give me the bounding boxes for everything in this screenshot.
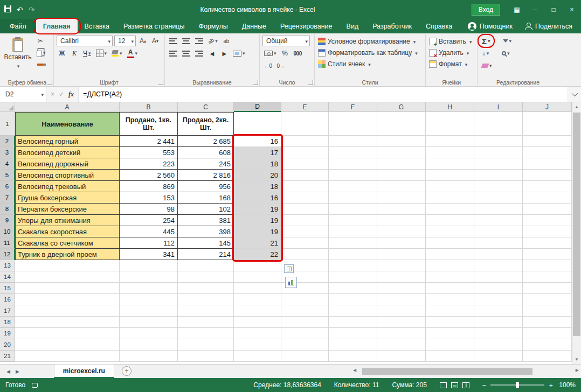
align-right-button[interactable] [193, 48, 205, 59]
cell-D12[interactable]: 22 [234, 249, 281, 260]
row-header-13[interactable]: 13 [0, 260, 15, 271]
row-header-3[interactable]: 3 [0, 147, 15, 158]
column-header-D[interactable]: D [234, 102, 281, 112]
cell-G10[interactable] [377, 226, 426, 237]
row-header-16[interactable]: 16 [0, 294, 15, 305]
cell-E8[interactable] [281, 204, 329, 215]
cell-B13[interactable] [120, 260, 178, 271]
tab-help[interactable]: Справка [419, 19, 459, 33]
row-header-17[interactable]: 17 [0, 305, 15, 317]
column-header-H[interactable]: H [426, 102, 474, 112]
paste-button[interactable]: Вставить [4, 36, 32, 76]
cell-J14[interactable] [523, 271, 572, 283]
cell-B15[interactable] [120, 283, 178, 294]
cell-J8[interactable] [523, 204, 572, 215]
previous-sheet-button[interactable]: ◀ [6, 369, 10, 374]
cell-I6[interactable] [474, 181, 523, 192]
cell-C21[interactable] [178, 351, 234, 362]
cell-H13[interactable] [426, 260, 474, 271]
font-name-select[interactable]: Calibri [57, 36, 113, 46]
cell-J9[interactable] [523, 215, 572, 226]
cell-F1[interactable] [329, 112, 377, 136]
cell-I13[interactable] [474, 260, 523, 271]
name-box-chevron-icon[interactable] [40, 90, 44, 98]
cell-I14[interactable] [474, 271, 523, 283]
cell-B20[interactable] [120, 339, 178, 351]
cell-G1[interactable] [377, 112, 426, 136]
orientation-button[interactable]: ab [206, 36, 219, 46]
cell-A15[interactable] [15, 283, 120, 294]
cell-I17[interactable] [474, 305, 523, 317]
share-button[interactable]: Поделиться [524, 23, 572, 30]
increase-decimal-button[interactable]: ←0 [262, 60, 274, 71]
formula-input[interactable]: =ДЛСТР(A2) [79, 87, 567, 102]
cell-F8[interactable] [329, 204, 377, 215]
cell-A17[interactable] [15, 305, 120, 317]
cell-A2[interactable]: Велосипед горный [15, 136, 120, 147]
scroll-up-button[interactable]: ▲ [572, 102, 581, 111]
cell-G13[interactable] [377, 260, 426, 271]
row-header-20[interactable]: 20 [0, 339, 15, 351]
cell-F12[interactable] [329, 249, 377, 260]
vertical-scrollbar-thumb[interactable] [573, 113, 580, 336]
cell-H4[interactable] [426, 158, 474, 170]
cell-H6[interactable] [426, 181, 474, 192]
row-header-7[interactable]: 7 [0, 192, 15, 204]
cell-J3[interactable] [523, 147, 572, 158]
row-header-5[interactable]: 5 [0, 170, 15, 181]
row-header-9[interactable]: 9 [0, 215, 15, 226]
scroll-left-button[interactable]: ◀ [353, 368, 356, 373]
copy-button[interactable] [33, 47, 47, 58]
cell-E20[interactable] [281, 339, 329, 351]
cell-I18[interactable] [474, 317, 523, 328]
close-button[interactable]: × [563, 0, 581, 19]
cell-F3[interactable] [329, 147, 377, 158]
cell-I4[interactable] [474, 158, 523, 170]
cell-E12[interactable] [281, 249, 329, 260]
cell-B19[interactable] [120, 328, 178, 339]
cell-C4[interactable]: 245 [178, 158, 234, 170]
page-layout-view-button[interactable] [451, 382, 458, 388]
cell-D2[interactable]: 16 [234, 136, 281, 147]
conditional-formatting-button[interactable]: Условное форматирование [317, 36, 423, 47]
cell-I12[interactable] [474, 249, 523, 260]
cell-C19[interactable] [178, 328, 234, 339]
cell-C14[interactable] [178, 271, 234, 283]
column-header-G[interactable]: G [377, 102, 426, 112]
cell-D13[interactable] [234, 260, 281, 271]
cell-B8[interactable]: 98 [120, 204, 178, 215]
cell-H17[interactable] [426, 305, 474, 317]
minimize-button[interactable]: ─ [526, 0, 544, 19]
cell-E4[interactable] [281, 158, 329, 170]
cell-J10[interactable] [523, 226, 572, 237]
cell-H20[interactable] [426, 339, 474, 351]
number-format-select[interactable]: Общий [262, 36, 310, 46]
alignment-dialog-launcher-icon[interactable] [253, 80, 258, 85]
cell-I16[interactable] [474, 294, 523, 305]
cell-A4[interactable]: Велосипед дорожный [15, 158, 120, 170]
cancel-entry-button[interactable]: × [51, 90, 54, 98]
cell-G9[interactable] [377, 215, 426, 226]
cell-D1[interactable] [234, 112, 281, 136]
tab-insert[interactable]: Вставка [78, 19, 116, 33]
delete-cells-button[interactable]: Удалить [428, 47, 474, 58]
name-box[interactable]: D2 [0, 87, 46, 102]
cell-E11[interactable] [281, 237, 329, 249]
cell-B16[interactable] [120, 294, 178, 305]
cell-J18[interactable] [523, 317, 572, 328]
cell-I21[interactable] [474, 351, 523, 362]
cell-I2[interactable] [474, 136, 523, 147]
tab-home[interactable]: Главная [36, 19, 78, 33]
fill-options-button[interactable] [284, 264, 294, 273]
cell-G19[interactable] [377, 328, 426, 339]
tab-view[interactable]: Вид [340, 19, 366, 33]
cell-J2[interactable] [523, 136, 572, 147]
sheet-tab-microexcel[interactable]: microexcel.ru [54, 365, 114, 378]
align-center-button[interactable] [181, 48, 192, 59]
cell-F14[interactable] [329, 271, 377, 283]
cell-A18[interactable] [15, 317, 120, 328]
cell-D16[interactable] [234, 294, 281, 305]
italic-button[interactable]: К [69, 48, 80, 59]
zoom-slider[interactable] [490, 384, 544, 386]
cell-I19[interactable] [474, 328, 523, 339]
